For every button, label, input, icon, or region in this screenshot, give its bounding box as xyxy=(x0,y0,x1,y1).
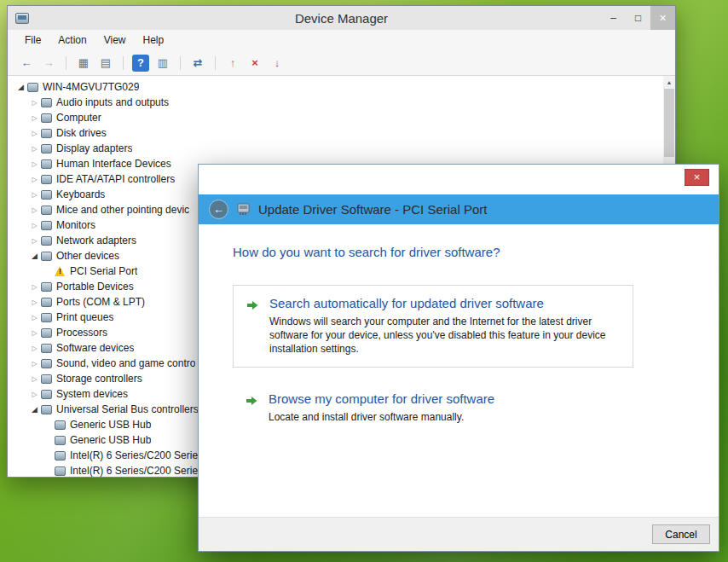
expand-arrow-icon[interactable]: ▷ xyxy=(28,191,41,199)
hid-icon xyxy=(41,159,52,169)
green-arrow-icon xyxy=(246,298,259,312)
close-button[interactable]: × xyxy=(650,6,675,30)
tree-item-label: IDE ATA/ATAPI controllers xyxy=(56,173,175,185)
option-description: Locate and install driver software manua… xyxy=(269,410,494,424)
expand-arrow-icon[interactable]: ▷ xyxy=(28,99,41,107)
back-icon[interactable]: ← xyxy=(18,55,35,72)
monitor-icon xyxy=(41,221,52,230)
expand-arrow-icon[interactable]: ▷ xyxy=(28,222,41,229)
expand-arrow-icon[interactable]: ▷ xyxy=(28,283,41,291)
option-search-automatically[interactable]: Search automatically for updated driver … xyxy=(233,285,633,368)
tree-item-label: Software devices xyxy=(56,342,134,354)
tree-item-label: Generic USB Hub xyxy=(70,434,151,446)
dialog-close-icon[interactable]: × xyxy=(685,169,709,186)
dialog-titlebar: × xyxy=(199,165,719,194)
tree-item-label: Network adapters xyxy=(56,235,136,246)
expand-arrow-icon[interactable]: ▷ xyxy=(28,114,41,122)
menu-help[interactable]: Help xyxy=(143,34,165,46)
tree-item-audio-inputs-and-outputs[interactable]: ▷Audio inputs and outputs xyxy=(8,95,663,110)
scan-hardware-changes-icon[interactable]: ⇄ xyxy=(189,55,206,72)
disable-icon[interactable]: ↓ xyxy=(269,55,286,72)
tree-item-label: Other devices xyxy=(56,250,119,262)
storage-controller-icon xyxy=(41,374,52,384)
minimize-button[interactable]: – xyxy=(601,6,626,30)
expand-arrow-icon[interactable]: ▷ xyxy=(28,176,41,183)
help-icon[interactable]: ? xyxy=(132,55,149,72)
expand-arrow-icon[interactable]: ▷ xyxy=(28,345,41,352)
update-driver-icon[interactable]: ↑ xyxy=(224,55,241,72)
usb-controller-icon xyxy=(41,405,52,414)
collapse-arrow-icon[interactable]: ◢ xyxy=(28,405,41,414)
menu-file[interactable]: File xyxy=(25,34,41,46)
device-manager-app-icon xyxy=(15,13,29,24)
collapse-arrow-icon[interactable]: ◢ xyxy=(14,83,27,91)
tree-item-display-adapters[interactable]: ▷Display adapters xyxy=(8,141,663,156)
window-title: Device Manager xyxy=(8,11,675,26)
option-description: Windows will search your computer and th… xyxy=(269,315,621,356)
expand-arrow-icon[interactable]: ▷ xyxy=(28,391,41,398)
mouse-icon xyxy=(41,206,52,215)
cancel-button[interactable]: Cancel xyxy=(652,524,710,544)
usb-hub-icon xyxy=(55,451,66,461)
green-arrow-icon xyxy=(245,394,258,408)
toolbar-separator xyxy=(180,56,181,70)
toolbar-separator xyxy=(66,56,66,70)
other-device-icon xyxy=(41,252,52,261)
collapse-arrow-icon[interactable]: ◢ xyxy=(28,252,41,260)
dialog-back-button[interactable]: ← xyxy=(209,200,228,219)
tree-item-disk-drives[interactable]: ▷Disk drives xyxy=(8,125,663,141)
tree-item-label: PCI Serial Port xyxy=(70,265,137,277)
tree-item-label: Intel(R) 6 Series/C200 Serie xyxy=(70,449,198,461)
printer-icon xyxy=(41,313,52,322)
dialog-header: ← Update Driver Software - PCI Serial Po… xyxy=(199,194,719,224)
expand-arrow-icon[interactable]: ▷ xyxy=(28,130,41,137)
driver-hardware-icon xyxy=(236,202,251,217)
tree-item-label: Portable Devices xyxy=(56,281,134,293)
toolbar: ←→▦▤?▥⇄↑×↓ xyxy=(8,50,675,76)
tree-item-label: Disk drives xyxy=(56,127,107,139)
sound-device-icon xyxy=(41,359,52,368)
system-device-icon xyxy=(41,390,52,399)
show-console-tree-icon[interactable]: ▦ xyxy=(75,55,92,72)
forward-icon[interactable]: → xyxy=(40,55,57,72)
maximize-button[interactable]: □ xyxy=(626,6,650,30)
expand-arrow-icon[interactable]: ▷ xyxy=(28,360,41,368)
option-browse-computer[interactable]: Browse my computer for driver software L… xyxy=(233,381,633,434)
option-title: Browse my computer for driver software xyxy=(269,391,494,406)
tree-item-label: Ports (COM & LPT) xyxy=(56,296,145,308)
tree-item-win-4mgvu7tg029[interactable]: ◢WIN-4MGVU7TG029 xyxy=(8,79,663,95)
device-manager-titlebar[interactable]: Device Manager – □ × xyxy=(8,6,675,30)
properties-icon[interactable]: ▤ xyxy=(97,55,114,72)
menu-view[interactable]: View xyxy=(104,34,126,46)
tree-item-label: Processors xyxy=(56,327,107,339)
menu-bar: FileActionViewHelp xyxy=(8,30,675,50)
expand-arrow-icon[interactable]: ▷ xyxy=(28,375,41,383)
expand-arrow-icon[interactable]: ▷ xyxy=(28,237,41,245)
usb-hub-icon xyxy=(55,436,66,445)
expand-arrow-icon[interactable]: ▷ xyxy=(28,160,41,168)
tree-item-label: Sound, video and game contro xyxy=(56,357,195,369)
uninstall-icon[interactable]: × xyxy=(246,55,263,72)
tree-item-label: Universal Serial Bus controllers xyxy=(56,403,199,415)
menu-action[interactable]: Action xyxy=(58,34,86,46)
option-title: Search automatically for updated driver … xyxy=(269,296,621,310)
expand-arrow-icon[interactable]: ▷ xyxy=(28,314,41,322)
usb-hub-icon xyxy=(55,466,66,476)
toolbar-separator xyxy=(123,56,124,70)
option-text: Browse my computer for driver software L… xyxy=(269,391,494,424)
dialog-footer: Cancel xyxy=(199,517,719,551)
expand-arrow-icon[interactable]: ▷ xyxy=(28,329,41,337)
dialog-heading: How do you want to search for driver sof… xyxy=(233,245,633,259)
tree-item-computer[interactable]: ▷Computer xyxy=(8,110,663,125)
scrollbar-up-icon[interactable]: ▲ xyxy=(663,76,675,88)
expand-arrow-icon[interactable]: ▷ xyxy=(28,145,41,153)
tree-item-label: Human Interface Devices xyxy=(56,158,171,170)
devices-list-icon[interactable]: ▥ xyxy=(154,55,171,72)
keyboard-icon xyxy=(41,190,52,200)
expand-arrow-icon[interactable]: ▷ xyxy=(28,206,41,214)
toolbar-separator xyxy=(215,56,216,70)
scrollbar-thumb[interactable] xyxy=(664,89,674,157)
tree-item-label: Display adapters xyxy=(56,142,132,154)
network-adapter-icon xyxy=(41,236,52,246)
expand-arrow-icon[interactable]: ▷ xyxy=(28,298,41,306)
